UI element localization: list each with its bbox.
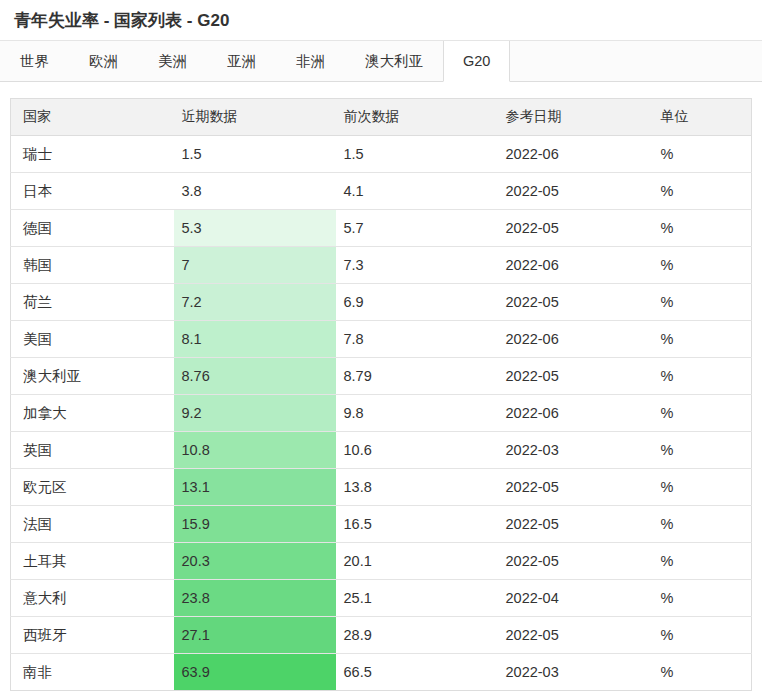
cell-country: 欧元区 xyxy=(11,469,174,506)
cell-date: 2022-05 xyxy=(498,284,653,321)
cell-country: 德国 xyxy=(11,210,174,247)
tab-region-1[interactable]: 欧洲 xyxy=(69,41,138,82)
table-row: 土耳其 20.3 20.1 2022-05 % xyxy=(11,543,752,580)
cell-country: 澳大利亚 xyxy=(11,358,174,395)
cell-unit: % xyxy=(653,247,752,284)
table-row: 德国 5.3 5.7 2022-05 % xyxy=(11,210,752,247)
table-header-row: 国家近期数据前次数据参考日期单位 xyxy=(11,99,752,136)
cell-date: 2022-05 xyxy=(498,469,653,506)
table-row: 西班牙 27.1 28.9 2022-05 % xyxy=(11,617,752,654)
column-header: 前次数据 xyxy=(336,99,498,136)
cell-country: 土耳其 xyxy=(11,543,174,580)
cell-latest: 5.3 xyxy=(174,210,336,247)
cell-date: 2022-05 xyxy=(498,173,653,210)
column-header: 单位 xyxy=(653,99,752,136)
cell-unit: % xyxy=(653,617,752,654)
cell-date: 2022-06 xyxy=(498,321,653,358)
cell-unit: % xyxy=(653,432,752,469)
table-row: 澳大利亚 8.76 8.79 2022-05 % xyxy=(11,358,752,395)
cell-date: 2022-05 xyxy=(498,506,653,543)
table-row: 瑞士 1.5 1.5 2022-06 % xyxy=(11,136,752,173)
cell-latest: 3.8 xyxy=(174,173,336,210)
cell-date: 2022-06 xyxy=(498,247,653,284)
cell-unit: % xyxy=(653,210,752,247)
cell-previous: 66.5 xyxy=(336,654,498,691)
cell-previous: 1.5 xyxy=(336,136,498,173)
cell-unit: % xyxy=(653,136,752,173)
tab-region-0[interactable]: 世界 xyxy=(0,41,69,82)
tab-region-3[interactable]: 亚洲 xyxy=(207,41,276,82)
cell-country: 南非 xyxy=(11,654,174,691)
cell-previous: 28.9 xyxy=(336,617,498,654)
cell-unit: % xyxy=(653,173,752,210)
cell-country: 加拿大 xyxy=(11,395,174,432)
cell-latest: 63.9 xyxy=(174,654,336,691)
cell-latest: 10.8 xyxy=(174,432,336,469)
cell-latest: 7 xyxy=(174,247,336,284)
cell-previous: 25.1 xyxy=(336,580,498,617)
page: 青年失业率 - 国家列表 - G20 世界欧洲美洲亚洲非洲澳大利亚G20 国家近… xyxy=(0,0,762,699)
cell-latest: 8.1 xyxy=(174,321,336,358)
cell-previous: 16.5 xyxy=(336,506,498,543)
table-wrap: 国家近期数据前次数据参考日期单位 瑞士 1.5 1.5 2022-06 % 日本… xyxy=(10,98,752,691)
cell-latest: 20.3 xyxy=(174,543,336,580)
tab-bar: 世界欧洲美洲亚洲非洲澳大利亚G20 xyxy=(0,40,762,82)
cell-latest: 9.2 xyxy=(174,395,336,432)
column-header: 参考日期 xyxy=(498,99,653,136)
tab-region-2[interactable]: 美洲 xyxy=(138,41,207,82)
column-header: 国家 xyxy=(11,99,174,136)
cell-date: 2022-05 xyxy=(498,210,653,247)
cell-country: 美国 xyxy=(11,321,174,358)
page-title: 青年失业率 - 国家列表 - G20 xyxy=(0,0,762,40)
cell-previous: 6.9 xyxy=(336,284,498,321)
cell-previous: 5.7 xyxy=(336,210,498,247)
cell-latest: 8.76 xyxy=(174,358,336,395)
cell-country: 意大利 xyxy=(11,580,174,617)
table-row: 意大利 23.8 25.1 2022-04 % xyxy=(11,580,752,617)
cell-previous: 20.1 xyxy=(336,543,498,580)
cell-previous: 7.8 xyxy=(336,321,498,358)
cell-unit: % xyxy=(653,506,752,543)
cell-date: 2022-05 xyxy=(498,543,653,580)
cell-latest: 23.8 xyxy=(174,580,336,617)
cell-unit: % xyxy=(653,321,752,358)
cell-country: 法国 xyxy=(11,506,174,543)
table-row: 美国 8.1 7.8 2022-06 % xyxy=(11,321,752,358)
tab-g20[interactable]: G20 xyxy=(443,41,510,82)
cell-previous: 10.6 xyxy=(336,432,498,469)
table-row: 韩国 7 7.3 2022-06 % xyxy=(11,247,752,284)
table-row: 日本 3.8 4.1 2022-05 % xyxy=(11,173,752,210)
cell-latest: 13.1 xyxy=(174,469,336,506)
cell-latest: 27.1 xyxy=(174,617,336,654)
cell-unit: % xyxy=(653,580,752,617)
cell-date: 2022-03 xyxy=(498,432,653,469)
cell-date: 2022-03 xyxy=(498,654,653,691)
cell-unit: % xyxy=(653,358,752,395)
cell-date: 2022-06 xyxy=(498,395,653,432)
table-row: 英国 10.8 10.6 2022-03 % xyxy=(11,432,752,469)
cell-country: 韩国 xyxy=(11,247,174,284)
cell-date: 2022-05 xyxy=(498,358,653,395)
cell-unit: % xyxy=(653,284,752,321)
cell-country: 西班牙 xyxy=(11,617,174,654)
cell-country: 瑞士 xyxy=(11,136,174,173)
cell-unit: % xyxy=(653,654,752,691)
tab-region-5[interactable]: 澳大利亚 xyxy=(345,41,443,82)
cell-date: 2022-05 xyxy=(498,617,653,654)
table-row: 欧元区 13.1 13.8 2022-05 % xyxy=(11,469,752,506)
column-header: 近期数据 xyxy=(174,99,336,136)
cell-previous: 8.79 xyxy=(336,358,498,395)
cell-previous: 9.8 xyxy=(336,395,498,432)
table-row: 加拿大 9.2 9.8 2022-06 % xyxy=(11,395,752,432)
table-row: 南非 63.9 66.5 2022-03 % xyxy=(11,654,752,691)
tab-region-4[interactable]: 非洲 xyxy=(276,41,345,82)
cell-country: 荷兰 xyxy=(11,284,174,321)
cell-previous: 4.1 xyxy=(336,173,498,210)
cell-unit: % xyxy=(653,395,752,432)
cell-date: 2022-06 xyxy=(498,136,653,173)
table-row: 法国 15.9 16.5 2022-05 % xyxy=(11,506,752,543)
cell-latest: 1.5 xyxy=(174,136,336,173)
cell-unit: % xyxy=(653,469,752,506)
cell-previous: 13.8 xyxy=(336,469,498,506)
cell-date: 2022-04 xyxy=(498,580,653,617)
